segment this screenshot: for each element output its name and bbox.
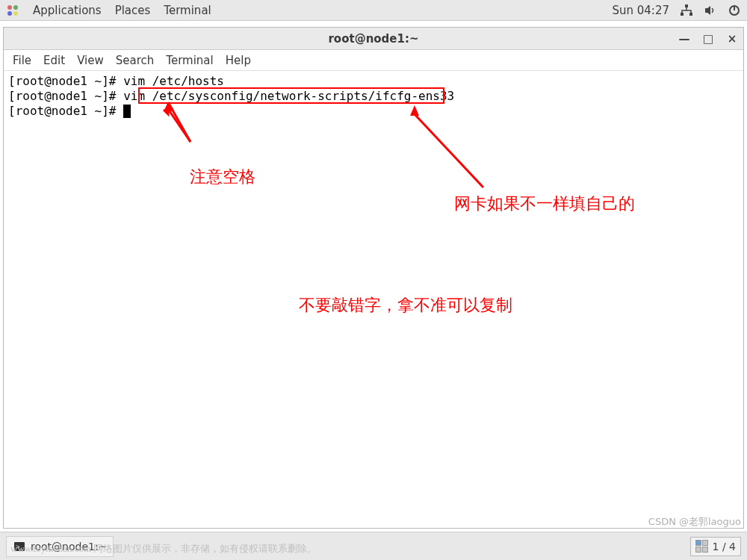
svg-line-10 — [415, 114, 483, 187]
titlebar[interactable]: root@node1:~ — □ × — [4, 28, 743, 50]
watermark-footer: www.toymoban.com 网络图片仅供展示，非存储，如有侵权请联系删除。 — [10, 542, 317, 556]
menu-terminal[interactable]: Terminal — [166, 54, 213, 67]
workspace-switcher[interactable]: 1 / 4 — [690, 537, 741, 556]
terminal-line-3: [root@node1 ~]# — [8, 104, 739, 119]
menu-edit[interactable]: Edit — [43, 54, 65, 67]
svg-rect-5 — [681, 13, 684, 16]
workspace-label: 1 / 4 — [713, 541, 736, 553]
watermark-csdn: CSDN @老郭laoguo — [648, 515, 741, 529]
svg-rect-4 — [685, 4, 688, 7]
workspace-grid-icon — [695, 540, 708, 553]
network-icon[interactable] — [680, 4, 693, 17]
svg-rect-6 — [689, 13, 692, 16]
clock[interactable]: Sun 04:27 — [612, 4, 669, 17]
cursor-block — [123, 105, 131, 118]
window-title: root@node1:~ — [4, 32, 743, 46]
svg-point-2 — [7, 11, 12, 16]
volume-icon[interactable] — [704, 4, 717, 17]
svg-point-0 — [7, 5, 12, 10]
menu-view[interactable]: View — [77, 54, 104, 67]
terminal-menu[interactable]: Terminal — [164, 4, 211, 17]
menu-help[interactable]: Help — [226, 54, 251, 67]
terminal-line-1: [root@node1 ~]# vim /etc/hosts — [8, 74, 739, 89]
maximize-button[interactable]: □ — [701, 32, 715, 46]
power-icon[interactable] — [728, 4, 741, 17]
top-panel: Applications Places Terminal Sun 04:27 — [0, 0, 747, 21]
terminal-window: root@node1:~ — □ × File Edit View Search… — [3, 27, 744, 529]
annotation-nic: 网卡如果不一样填自己的 — [454, 193, 635, 215]
places-menu[interactable]: Places — [115, 4, 151, 17]
menu-file[interactable]: File — [13, 54, 31, 67]
annotation-typo: 不要敲错字，拿不准可以复制 — [299, 294, 512, 317]
menu-search[interactable]: Search — [116, 54, 155, 67]
applications-menu[interactable]: Applications — [33, 4, 102, 17]
svg-point-3 — [13, 11, 18, 16]
highlight-box — [138, 87, 444, 104]
close-button[interactable]: × — [725, 32, 739, 46]
annotation-space: 注意空格 — [190, 166, 255, 188]
menu-bar: File Edit View Search Terminal Help — [4, 50, 743, 71]
minimize-button[interactable]: — — [678, 32, 691, 46]
svg-point-1 — [13, 5, 18, 10]
activities-icon[interactable] — [6, 4, 19, 17]
